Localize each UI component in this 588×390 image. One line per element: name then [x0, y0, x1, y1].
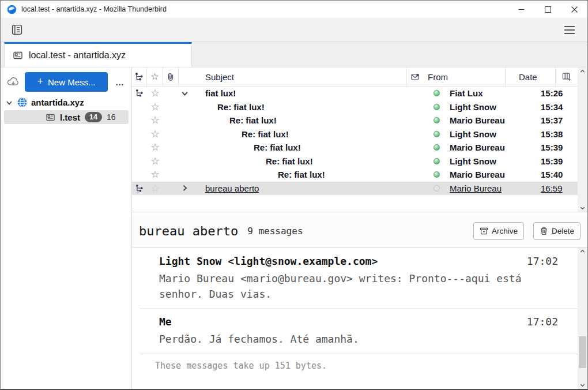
message-from: Mario Bureau: [450, 142, 505, 152]
message-row[interactable]: ☆ Re: fiat lux! Mario Bureau 15:37: [132, 114, 578, 127]
unread-toggle[interactable]: [429, 114, 444, 127]
message-date: 15:26: [527, 87, 578, 100]
column-picker-button[interactable]: [556, 68, 578, 86]
message-row[interactable]: ☆ Re: fiat lux! Mario Bureau 15:40: [132, 168, 578, 182]
twisty-icon[interactable]: [180, 89, 189, 97]
app-menu-button[interactable]: [560, 22, 579, 38]
archive-button[interactable]: Archive: [473, 222, 524, 240]
thunderbird-logo-icon: [7, 5, 17, 14]
star-icon: ☆: [150, 102, 159, 112]
unread-toggle[interactable]: [429, 100, 444, 114]
scroll-up-icon[interactable]: [580, 249, 585, 254]
star-column-header[interactable]: ☆: [147, 68, 163, 86]
scrollbar-thumb[interactable]: [579, 336, 586, 368]
thread-indicator: [132, 114, 147, 127]
thread-size-note: These messages take up 151 bytes.: [132, 354, 578, 371]
unread-toggle[interactable]: [429, 155, 444, 168]
close-button[interactable]: [561, 1, 587, 18]
star-toggle[interactable]: ☆: [147, 100, 163, 114]
thread-column-header[interactable]: [132, 68, 147, 86]
column-picker-icon: [562, 72, 571, 81]
message-sender: Me: [159, 316, 527, 328]
message-row[interactable]: ☆ Re: fiat lux! Light Snow 15:34: [132, 100, 578, 114]
minimize-button[interactable]: [508, 1, 534, 18]
message-from: Fiat Lux: [450, 88, 483, 98]
attachment-column-header[interactable]: [163, 68, 179, 86]
thread-message[interactable]: Light Snow <light@snow.example.com> 17:0…: [132, 249, 578, 309]
unread-toggle[interactable]: [429, 87, 444, 100]
message-from: Light Snow: [450, 129, 496, 139]
message-date: 15:38: [527, 127, 578, 141]
message-row[interactable]: ☆ Re: fiat lux! Light Snow 15:39: [132, 155, 578, 168]
unread-toggle[interactable]: [429, 168, 444, 182]
message-from: Light Snow: [450, 102, 496, 112]
get-messages-button[interactable]: [5, 74, 21, 90]
star-toggle[interactable]: ☆: [147, 114, 163, 127]
star-toggle[interactable]: ☆: [147, 141, 163, 155]
twisty-icon[interactable]: [180, 184, 189, 193]
unified-toolbar: [1, 18, 587, 42]
message-pane-scrollbar[interactable]: [578, 247, 587, 389]
hamburger-icon: [564, 26, 575, 27]
subject-column-label: Subject: [205, 72, 234, 82]
thread-icon: [135, 184, 144, 193]
unread-toggle[interactable]: [429, 127, 444, 141]
star-toggle[interactable]: ☆: [147, 182, 163, 196]
title-bar: local.test - antartida.xyz - Mozilla Thu…: [1, 1, 587, 18]
scroll-down-icon[interactable]: [580, 205, 585, 211]
message-row[interactable]: ☆ Re: fiat lux! Mario Bureau 15:39: [132, 141, 578, 155]
thread-indicator: [132, 127, 147, 141]
star-toggle[interactable]: ☆: [147, 127, 163, 141]
unread-toggle[interactable]: [429, 182, 444, 196]
thread-pane-header: bureau aberto 9 messages Archive: [132, 215, 587, 247]
star-toggle[interactable]: ☆: [147, 87, 163, 100]
thread-message-count: 9 messages: [247, 226, 303, 237]
star-icon: ☆: [150, 88, 159, 98]
message-date: 15:39: [527, 141, 578, 155]
thread-messages: Light Snow <light@snow.example.com> 17:0…: [132, 247, 578, 389]
message-subject: Re: fiat lux!: [217, 102, 265, 112]
message-from: Mario Bureau: [450, 170, 505, 179]
message-from: Mario Bureau: [450, 115, 505, 125]
folder-pane-options-button[interactable]: …: [111, 74, 129, 90]
spaces-toolbar-button[interactable]: [9, 22, 25, 38]
account-name: antartida.xyz: [31, 97, 84, 107]
unread-column-header[interactable]: [407, 68, 423, 86]
maximize-button[interactable]: [534, 1, 561, 18]
subject-column-header[interactable]: Subject: [179, 68, 407, 86]
cloud-download-icon: [6, 75, 20, 89]
sidebar-item-account[interactable]: antartida.xyz: [1, 95, 131, 110]
message-list-scrollbar[interactable]: [578, 68, 587, 212]
scroll-down-icon[interactable]: [580, 382, 585, 388]
message-list-pane: ☆ Subject: [132, 68, 587, 212]
thread-indicator: [132, 168, 147, 182]
unread-dot-icon: [434, 144, 440, 151]
unread-dot-icon: [434, 117, 440, 123]
archive-label: Archive: [492, 227, 518, 235]
unread-count-badge: 14: [85, 112, 102, 122]
star-toggle[interactable]: ☆: [147, 168, 163, 182]
tab-local-test[interactable]: local.test - antartida.xyz: [4, 42, 192, 67]
thread-indicator: [132, 87, 147, 100]
new-message-button[interactable]: + New Mess...: [25, 72, 108, 92]
unread-toggle[interactable]: [429, 141, 444, 155]
star-toggle[interactable]: ☆: [147, 155, 163, 168]
unread-dot-icon: [434, 185, 440, 192]
new-message-label: New Mess...: [48, 77, 96, 87]
message-row[interactable]: ☆ fiat lux! Fiat Lux 15:26: [132, 87, 578, 100]
message-body: Mario Bureau <mario@bureau.gov> writes: …: [159, 271, 558, 302]
thread-indicator: [132, 141, 147, 155]
delete-label: Delete: [552, 227, 574, 235]
message-row[interactable]: ☆ Re: fiat lux! Light Snow 15:38: [132, 127, 578, 141]
message-row[interactable]: ☆ bureau aberto Mario Bureau 16:59: [132, 182, 578, 196]
from-column-header[interactable]: From: [423, 68, 506, 86]
thread-message[interactable]: Me 17:02 Perdão. Já fechamos. Até amanhã…: [132, 309, 578, 354]
newsgroup-folder-icon: [46, 112, 55, 122]
sidebar-item-folder-ltest[interactable]: l.test 14 16: [4, 110, 129, 124]
thread-title: bureau aberto: [139, 224, 238, 238]
scroll-up-icon[interactable]: [580, 69, 585, 74]
chevron-down-icon[interactable]: [5, 99, 13, 107]
delete-button[interactable]: Delete: [533, 222, 581, 240]
date-column-header[interactable]: Date: [506, 68, 556, 86]
tab-label: local.test - antartida.xyz: [29, 50, 126, 61]
